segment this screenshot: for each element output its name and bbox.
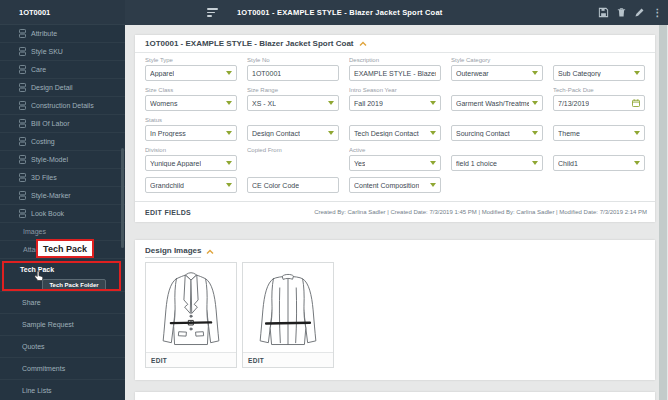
form-icon <box>19 119 26 128</box>
card-edit-button[interactable]: EDIT <box>151 357 167 364</box>
sidebar: 1OT0001 AttributeStyle SKUCareDesign Det… <box>0 0 125 400</box>
sidebar-item-quotes[interactable]: Quotes <box>0 336 125 358</box>
description-text-input[interactable]: EXAMPLE STYLE - Blazer Jacke <box>349 65 441 81</box>
style-no-text-input[interactable]: 1OT0001 <box>247 65 339 81</box>
chevron-down-icon <box>226 183 232 187</box>
sidebar-item-bill-of-labor[interactable]: Bill Of Labor <box>0 115 125 133</box>
sidebar-item-3d-files[interactable]: 3D Files <box>0 169 125 187</box>
design-image-card[interactable]: EDIT <box>145 262 237 368</box>
sidebar-item-care[interactable]: Care <box>0 61 125 79</box>
field-tech-design-contact: Tech Design Contact <box>349 117 441 141</box>
field-description: DescriptionEXAMPLE STYLE - Blazer Jacke <box>349 57 441 81</box>
sidebar-item-sample-request[interactable]: Sample Request <box>0 314 125 336</box>
sidebar-item-commitments[interactable]: Commitments <box>0 358 125 380</box>
status-select[interactable]: In Progress <box>145 125 237 141</box>
field-sourcing-contact: Sourcing Contact <box>451 117 543 141</box>
ce-color-code-text-input[interactable]: CE Color Code <box>247 177 339 193</box>
field-active: ActiveYes <box>349 147 441 171</box>
style-type-select[interactable]: Apparel <box>145 65 237 81</box>
division-select[interactable]: Yunique Apparel <box>145 155 237 171</box>
page-scrollbar[interactable] <box>659 25 667 400</box>
style-panel-header: 1OT0001 - EXAMPLE STYLE - Blazer Jacket … <box>135 35 655 53</box>
chevron-down-icon <box>328 131 334 135</box>
field-label: Size Class <box>145 87 237 93</box>
sidebar-item-line-lists[interactable]: Line Lists <box>0 380 125 400</box>
sidebar-sub-items: AttributeStyle SKUCareDesign DetailConst… <box>0 25 125 223</box>
sidebar-item-style-model[interactable]: Style-Model <box>0 151 125 169</box>
field-child1: Child1 <box>553 147 645 171</box>
field-value: Yunique Apparel <box>150 160 201 167</box>
chevron-down-icon <box>226 161 232 165</box>
active-select[interactable]: Yes <box>349 155 441 171</box>
style-panel-footer: EDIT FIELDS Created By: Carlina Sadler |… <box>135 201 655 222</box>
sidebar-item-label: Style SKU <box>31 48 63 55</box>
style-fields-grid: Style TypeApparelStyle No1OT0001Descript… <box>135 53 655 193</box>
sidebar-item-label: Look Book <box>31 210 64 217</box>
sidebar-item-tech-pack[interactable]: Tech Pack Tech Pack Folder <box>0 259 125 292</box>
page-title: 1OT0001 - EXAMPLE STYLE - Blazer Jacket … <box>237 0 442 25</box>
collapse-chevron-icon[interactable] <box>359 41 367 47</box>
sidebar-item-design-detail[interactable]: Design Detail <box>0 79 125 97</box>
delete-icon[interactable] <box>616 7 627 18</box>
field-label: Intro Season Year <box>349 87 441 93</box>
more-options-icon[interactable]: ⋮ <box>652 7 663 18</box>
chevron-down-icon <box>226 131 232 135</box>
field-label <box>553 147 645 153</box>
collapse-chevron-icon[interactable] <box>206 249 214 255</box>
grandchild-select[interactable]: Grandchild <box>145 177 237 193</box>
field-sub-category: Sub Category <box>553 57 645 81</box>
theme-select[interactable]: Theme <box>553 125 645 141</box>
sidebar-item-look-book[interactable]: Look Book <box>0 205 125 223</box>
sort-lines-icon[interactable] <box>207 8 219 19</box>
sidebar-item-construction-details[interactable]: Construction Details <box>0 97 125 115</box>
chevron-down-icon <box>634 131 640 135</box>
sidebar-item-costing[interactable]: Costing <box>0 133 125 151</box>
intro-season-year-select[interactable]: Fall 2019 <box>349 95 441 111</box>
tech-pack-due-date-input[interactable]: 7/13/2019 <box>553 95 645 111</box>
size-class-select[interactable]: Womens <box>145 95 237 111</box>
garment-wash-treatment-select[interactable]: Garment Wash/Treatment <box>451 95 543 111</box>
field-value: Sourcing Contact <box>456 130 510 137</box>
field-label: Style Type <box>145 57 237 63</box>
edit-fields-button[interactable]: EDIT FIELDS <box>145 209 191 216</box>
field-empty <box>553 177 645 193</box>
sub-category-select[interactable]: Sub Category <box>553 65 645 81</box>
sidebar-item-share[interactable]: Share <box>0 292 125 314</box>
field-intro-season-year: Intro Season YearFall 2019 <box>349 87 441 111</box>
content-composition-select[interactable]: Content Composition <box>349 177 441 193</box>
chevron-down-icon <box>532 71 538 75</box>
design-image-card[interactable]: EDIT <box>242 262 334 368</box>
style-category-select[interactable]: Outerwear <box>451 65 543 81</box>
field-value: Tech Design Contact <box>354 130 419 137</box>
chevron-down-icon <box>430 101 436 105</box>
size-range-select[interactable]: XS - XL <box>247 95 339 111</box>
save-icon[interactable] <box>598 7 609 18</box>
sidebar-item-label: Design Detail <box>31 84 73 91</box>
child1-select[interactable]: Child1 <box>553 155 645 171</box>
field-size-range: Size RangeXS - XL <box>247 87 339 111</box>
sidebar-item-style-marker[interactable]: Style-Marker <box>0 187 125 205</box>
tech-design-contact-select[interactable]: Tech Design Contact <box>349 125 441 141</box>
field-1-choice-select[interactable]: field 1 choice <box>451 155 543 171</box>
form-icon <box>19 191 26 200</box>
field-value: Apparel <box>150 70 174 77</box>
form-icon <box>19 137 26 146</box>
field-value: Grandchild <box>150 182 184 189</box>
sidebar-item-style-sku[interactable]: Style SKU <box>0 43 125 61</box>
field-value: EXAMPLE STYLE - Blazer Jacke <box>354 70 436 77</box>
sidebar-item-attribute[interactable]: Attribute <box>0 25 125 43</box>
chevron-down-icon <box>634 71 640 75</box>
sidebar-scrollbar[interactable] <box>121 148 124 248</box>
field-tech-pack-due: Tech-Pack Due7/13/2019 <box>553 87 645 111</box>
card-edit-button[interactable]: EDIT <box>248 357 264 364</box>
field-division: DivisionYunique Apparel <box>145 147 237 171</box>
chevron-down-icon <box>430 131 436 135</box>
design-contact-select[interactable]: Design Contact <box>247 125 339 141</box>
field-value: CE Color Code <box>252 182 299 189</box>
field-label <box>451 87 543 93</box>
edit-icon[interactable] <box>634 7 645 18</box>
field-style-category: Style CategoryOuterwear <box>451 57 543 81</box>
topbar-actions: ⋮ <box>598 0 663 25</box>
field-value: In Progress <box>150 130 186 137</box>
sourcing-contact-select[interactable]: Sourcing Contact <box>451 125 543 141</box>
